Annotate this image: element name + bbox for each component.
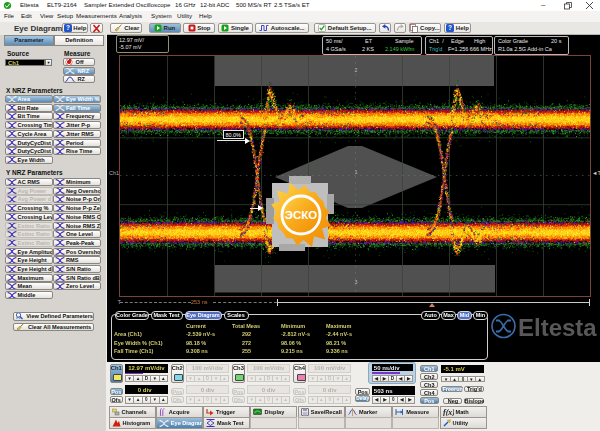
svg-text:?: ? xyxy=(66,24,70,31)
svg-text:∫∫: ∫∫ xyxy=(159,407,165,416)
svg-text:ЭСКО: ЭСКО xyxy=(285,209,318,221)
svg-text:Eltesta: Eltesta xyxy=(518,314,597,341)
svg-text:f(x): f(x) xyxy=(443,408,454,417)
svg-text:?: ? xyxy=(448,24,452,31)
